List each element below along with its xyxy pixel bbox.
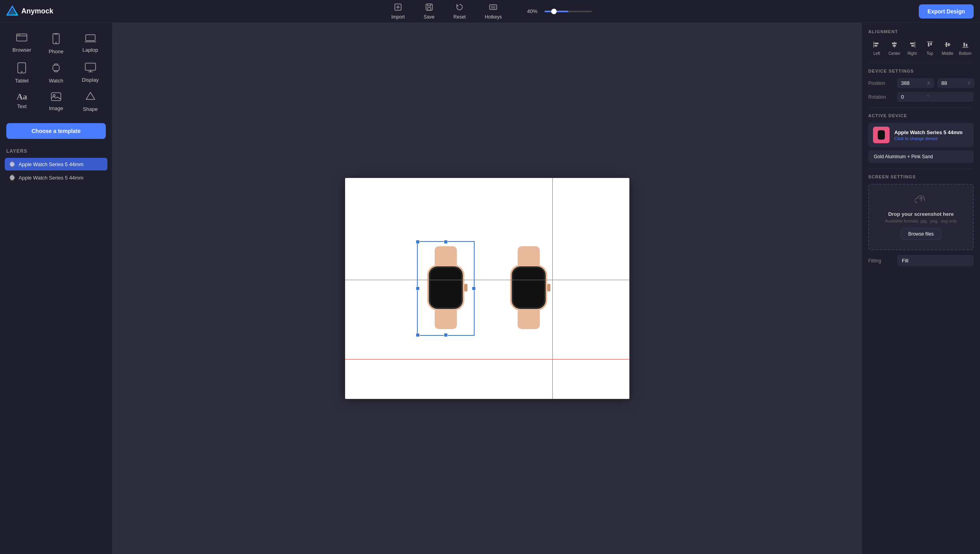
svg-point-10 (55, 42, 56, 43)
divider-1 (868, 63, 974, 63)
device-info: Apple Watch Series 5 44mm Click to chang… (894, 129, 969, 141)
layer-device-icon: ⌚ (9, 174, 15, 181)
shape-label: Shape (83, 106, 98, 112)
svg-rect-19 (435, 246, 457, 268)
upload-icon (875, 194, 967, 208)
canvas-board (345, 178, 629, 399)
align-bottom-label: Bottom (959, 51, 972, 56)
svg-rect-40 (948, 43, 950, 46)
handle-bc[interactable] (444, 333, 448, 337)
active-device-section: ACTIVE DEVICE Apple Watch Series 5 44mm … (868, 113, 974, 163)
device-settings-title: DEVICE SETTINGS (868, 69, 974, 73)
device-browser[interactable]: Browser (5, 29, 39, 58)
align-left-button[interactable]: Left (868, 39, 885, 57)
left-sidebar: Browser Phone Laptop Tablet (0, 23, 113, 554)
topbar-actions: Import Save Reset Hotkeys 40% (388, 1, 592, 21)
svg-rect-35 (910, 43, 914, 44)
align-bottom-button[interactable]: Bottom (957, 39, 974, 57)
device-change-link[interactable]: Click to change device (894, 136, 969, 141)
zoom-slider[interactable] (544, 11, 592, 12)
align-top-button[interactable]: Top (921, 39, 938, 57)
shape-icon (85, 92, 96, 105)
device-image[interactable]: Image (39, 88, 73, 116)
rotation-input[interactable] (901, 94, 925, 100)
position-y-input[interactable] (941, 80, 965, 86)
device-tablet[interactable]: Tablet (5, 58, 39, 88)
device-card: Apple Watch Series 5 44mm Click to chang… (868, 123, 974, 147)
drop-text: Drop your screenshot here (875, 211, 967, 217)
align-middle-icon (944, 41, 951, 50)
logo-icon (6, 6, 18, 17)
right-sidebar: ALIGNMENT Left Center Right (862, 23, 980, 554)
fitting-row: Fitting Fill (868, 255, 974, 266)
align-left-label: Left (873, 51, 880, 56)
zoom-value: 40% (527, 8, 541, 14)
import-icon (394, 3, 402, 13)
align-center-button[interactable]: Center (886, 39, 903, 57)
device-watch[interactable]: Watch (39, 58, 73, 88)
svg-rect-38 (930, 43, 932, 45)
export-design-button[interactable]: Export Design (919, 4, 974, 19)
align-middle-button[interactable]: Middle (939, 39, 956, 57)
watch-mockup-2[interactable] (503, 244, 554, 331)
rotation-suffix: ° (927, 94, 929, 100)
save-button[interactable]: Save (421, 1, 437, 21)
align-bottom-icon (962, 41, 969, 50)
choose-template-button[interactable]: Choose a template (6, 123, 106, 139)
align-right-button[interactable]: Right (904, 39, 921, 57)
laptop-icon (84, 33, 96, 45)
svg-rect-14 (53, 65, 59, 71)
main-layout: Browser Phone Laptop Tablet (0, 23, 980, 554)
svg-rect-32 (875, 45, 877, 47)
screen-drop-zone[interactable]: Drop your screenshot here Available form… (868, 184, 974, 250)
align-center-label: Center (888, 51, 900, 56)
color-variant-button[interactable]: Gold Aluminum + Pink Sand (868, 150, 974, 163)
layers-title: LAYERS (5, 145, 107, 158)
svg-point-7 (18, 35, 19, 36)
device-laptop[interactable]: Laptop (73, 29, 107, 58)
position-y-suffix: Y (967, 80, 971, 86)
hotkeys-button[interactable]: Hotkeys (482, 1, 505, 21)
rotation-wrap: ° (897, 92, 974, 102)
tablet-label: Tablet (15, 78, 29, 84)
position-x-input[interactable] (901, 80, 925, 86)
divider-3 (868, 168, 974, 169)
layer-device-icon: ⌚ (9, 161, 15, 167)
device-shape[interactable]: Shape (73, 88, 107, 116)
layer-item[interactable]: ⌚ Apple Watch Series 5 44mm (5, 171, 107, 184)
device-display[interactable]: Display (73, 58, 107, 88)
layer-label: Apple Watch Series 5 44mm (19, 161, 83, 167)
reset-button[interactable]: Reset (450, 1, 469, 21)
layer-item[interactable]: ⌚ Apple Watch Series 5 44mm (5, 158, 107, 170)
import-button[interactable]: Import (388, 1, 408, 21)
browser-label: Browser (12, 47, 31, 53)
svg-rect-24 (464, 284, 467, 292)
svg-rect-30 (547, 284, 550, 292)
handle-tl[interactable] (416, 240, 420, 244)
svg-rect-4 (428, 7, 431, 10)
handle-tc[interactable] (444, 240, 448, 244)
svg-rect-31 (875, 43, 879, 44)
svg-rect-34 (893, 45, 896, 47)
svg-marker-18 (86, 92, 95, 99)
browse-files-button[interactable]: Browse files (901, 228, 941, 240)
svg-rect-29 (513, 268, 544, 307)
canvas-area[interactable] (113, 23, 862, 554)
device-grid: Browser Phone Laptop Tablet (0, 23, 112, 119)
position-row: Position X Y (868, 78, 974, 88)
device-phone[interactable]: Phone (39, 29, 73, 58)
alignment-title: ALIGNMENT (868, 29, 974, 34)
handle-ml[interactable] (416, 286, 420, 290)
save-icon (425, 3, 434, 13)
svg-rect-41 (963, 43, 965, 47)
display-label: Display (82, 77, 99, 83)
reset-label: Reset (453, 14, 466, 20)
handle-mr[interactable] (472, 286, 476, 290)
watch-mockup-1[interactable] (420, 244, 471, 331)
svg-rect-16 (51, 93, 61, 101)
svg-rect-9 (53, 34, 59, 44)
text-label: Text (17, 103, 26, 109)
device-text[interactable]: Aa Text (5, 88, 39, 116)
display-icon (84, 62, 96, 75)
handle-bl[interactable] (416, 333, 420, 337)
